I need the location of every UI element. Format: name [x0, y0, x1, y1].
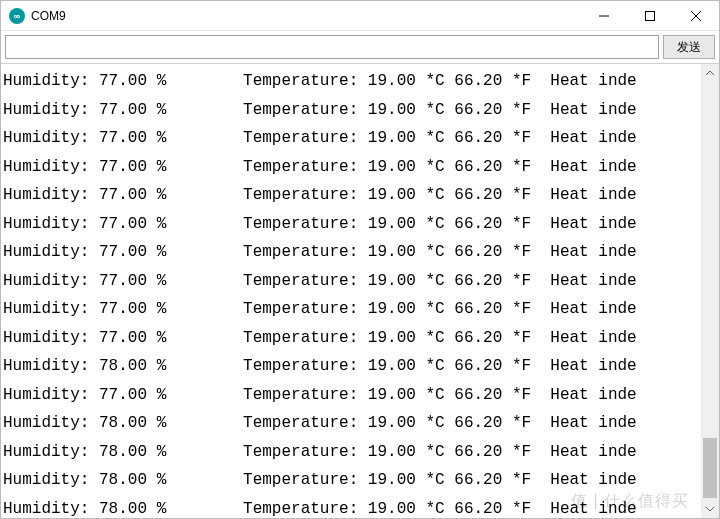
- send-button[interactable]: 发送: [663, 35, 715, 59]
- serial-output[interactable]: Humidity: 77.00 % Temperature: 19.00 *C …: [1, 64, 701, 518]
- scrollbar-thumb[interactable]: [703, 438, 717, 498]
- close-button[interactable]: [673, 1, 719, 30]
- maximize-button[interactable]: [627, 1, 673, 30]
- vertical-scrollbar[interactable]: [701, 64, 719, 518]
- svg-rect-1: [646, 11, 655, 20]
- scroll-down-icon[interactable]: [701, 500, 719, 518]
- scroll-up-icon[interactable]: [701, 64, 719, 82]
- window-title: COM9: [31, 9, 66, 23]
- command-input[interactable]: [5, 35, 659, 59]
- app-icon: ∞: [9, 8, 25, 24]
- title-bar: ∞ COM9: [1, 1, 719, 31]
- command-bar: 发送: [1, 31, 719, 63]
- scrollbar-track[interactable]: [701, 82, 719, 500]
- minimize-button[interactable]: [581, 1, 627, 30]
